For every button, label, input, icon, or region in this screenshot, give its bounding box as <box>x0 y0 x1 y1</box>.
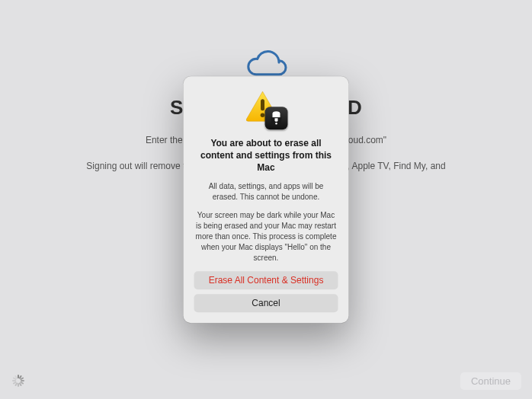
dialog-body-2: Your screen may be dark while your Mac i… <box>194 210 338 263</box>
warning-icon <box>245 90 287 129</box>
svg-point-1 <box>260 113 264 117</box>
erase-confirm-dialog: You are about to erase all content and s… <box>184 76 349 323</box>
erase-button[interactable]: Erase All Content & Settings <box>194 271 338 289</box>
svg-point-2 <box>275 123 277 124</box>
cancel-button[interactable]: Cancel <box>194 294 338 312</box>
dialog-title: You are about to erase all content and s… <box>194 137 338 174</box>
svg-rect-0 <box>261 99 264 110</box>
continue-button[interactable]: Continue <box>460 372 521 390</box>
dialog-body-1: All data, settings, and apps will be era… <box>194 181 338 203</box>
spinner-icon <box>12 375 24 387</box>
assistant-app-icon <box>264 107 287 129</box>
